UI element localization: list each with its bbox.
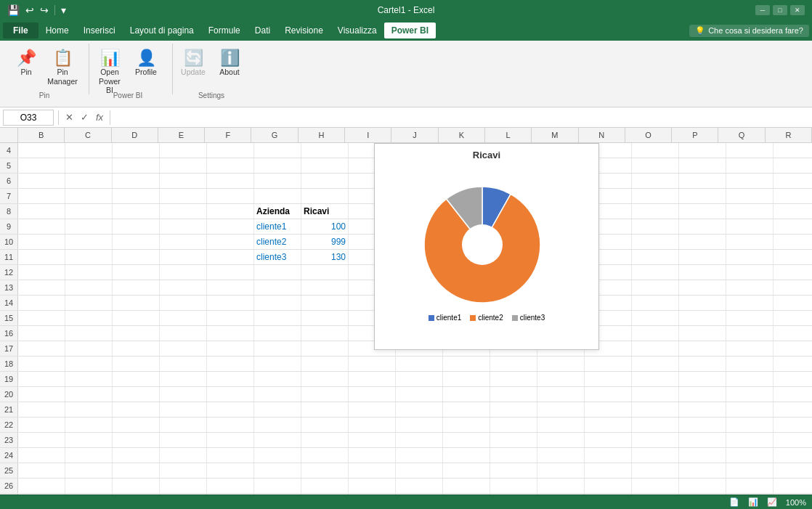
function-wizard-button[interactable]: fx <box>94 112 105 123</box>
cell-R6[interactable] <box>774 174 812 188</box>
cell-L27[interactable] <box>490 494 537 494</box>
page-layout-icon[interactable]: 📊 <box>748 497 758 507</box>
row-number[interactable]: 20 <box>0 387 18 402</box>
cell-O14[interactable] <box>632 296 679 310</box>
cell-I21[interactable] <box>349 402 396 417</box>
cell-B17[interactable] <box>18 341 65 356</box>
col-header-f[interactable]: F <box>205 128 251 142</box>
cell-P13[interactable] <box>679 280 726 295</box>
cell-E8[interactable] <box>160 204 207 219</box>
cell-H17[interactable] <box>301 341 349 356</box>
cell-P5[interactable] <box>679 158 726 173</box>
cell-M25[interactable] <box>537 463 585 478</box>
cell-E23[interactable] <box>160 433 207 447</box>
cell-F13[interactable] <box>207 280 254 295</box>
cell-B7[interactable] <box>18 189 65 203</box>
cell-G4[interactable] <box>254 143 301 158</box>
cell-B14[interactable] <box>18 296 65 310</box>
cell-F22[interactable] <box>207 418 254 432</box>
cell-O24[interactable] <box>632 448 679 463</box>
cell-E25[interactable] <box>160 463 207 478</box>
cell-G5[interactable] <box>254 158 301 173</box>
cell-E5[interactable] <box>160 158 207 173</box>
cell-J18[interactable] <box>396 357 443 371</box>
cell-C12[interactable] <box>65 265 113 280</box>
row-number[interactable]: 12 <box>0 265 18 280</box>
cell-H15[interactable] <box>301 311 349 325</box>
cell-M18[interactable] <box>537 357 585 371</box>
cell-G12[interactable] <box>254 265 301 280</box>
cell-C13[interactable] <box>65 280 113 295</box>
cell-K22[interactable] <box>443 418 490 432</box>
cell-R17[interactable] <box>774 341 812 356</box>
col-header-q[interactable]: Q <box>718 128 765 142</box>
cell-B18[interactable] <box>18 357 65 371</box>
cell-H16[interactable] <box>301 326 349 341</box>
col-header-d[interactable]: D <box>112 128 158 142</box>
cell-N21[interactable] <box>585 402 632 417</box>
cell-K25[interactable] <box>443 463 490 478</box>
row-number[interactable]: 18 <box>0 357 18 371</box>
cell-I18[interactable] <box>349 357 396 371</box>
cell-P22[interactable] <box>679 418 726 432</box>
normal-view-icon[interactable]: 📄 <box>729 497 739 507</box>
cell-R15[interactable] <box>774 311 812 325</box>
cell-P19[interactable] <box>679 372 726 386</box>
save-icon[interactable]: 💾 <box>7 4 20 16</box>
cell-L25[interactable] <box>490 463 537 478</box>
cell-F7[interactable] <box>207 189 254 203</box>
cell-M21[interactable] <box>537 402 585 417</box>
cell-N27[interactable] <box>585 494 632 494</box>
cell-M20[interactable] <box>537 387 585 402</box>
cell-H23[interactable] <box>301 433 349 447</box>
cell-D27[interactable] <box>113 494 160 494</box>
cell-E12[interactable] <box>160 265 207 280</box>
cell-Q22[interactable] <box>726 418 774 432</box>
cell-F26[interactable] <box>207 479 254 493</box>
cell-G13[interactable] <box>254 280 301 295</box>
cell-I19[interactable] <box>349 372 396 386</box>
cell-O9[interactable] <box>632 219 679 234</box>
cell-B23[interactable] <box>18 433 65 447</box>
cell-P24[interactable] <box>679 448 726 463</box>
cell-G9[interactable]: cliente1 <box>254 219 301 234</box>
cell-D4[interactable] <box>113 143 160 158</box>
col-header-c[interactable]: C <box>65 128 111 142</box>
cell-H10[interactable]: 999 <box>301 235 349 249</box>
cell-R26[interactable] <box>774 479 812 493</box>
cell-O7[interactable] <box>632 189 679 203</box>
cell-P8[interactable] <box>679 204 726 219</box>
cell-H4[interactable] <box>301 143 349 158</box>
row-number[interactable]: 24 <box>0 448 18 463</box>
cell-D16[interactable] <box>113 326 160 341</box>
cell-K18[interactable] <box>443 357 490 371</box>
row-number[interactable]: 5 <box>0 158 18 173</box>
cell-D15[interactable] <box>113 311 160 325</box>
cell-B8[interactable] <box>18 204 65 219</box>
cell-L24[interactable] <box>490 448 537 463</box>
cell-C8[interactable] <box>65 204 113 219</box>
cell-Q24[interactable] <box>726 448 774 463</box>
cell-E20[interactable] <box>160 387 207 402</box>
col-header-j[interactable]: J <box>391 128 438 142</box>
cell-K26[interactable] <box>443 479 490 493</box>
row-number[interactable]: 14 <box>0 296 18 310</box>
cell-N19[interactable] <box>585 372 632 386</box>
cell-O20[interactable] <box>632 387 679 402</box>
cell-P4[interactable] <box>679 143 726 158</box>
col-header-i[interactable]: I <box>345 128 391 142</box>
cell-G6[interactable] <box>254 174 301 188</box>
cell-Q12[interactable] <box>726 265 774 280</box>
col-header-k[interactable]: K <box>439 128 485 142</box>
cell-P21[interactable] <box>679 402 726 417</box>
cell-O11[interactable] <box>632 250 679 264</box>
col-header-e[interactable]: E <box>158 128 205 142</box>
cell-J27[interactable] <box>396 494 443 494</box>
cell-B20[interactable] <box>18 387 65 402</box>
cell-P14[interactable] <box>679 296 726 310</box>
open-powerbi-button[interactable]: 📊 OpenPower BI <box>92 46 127 90</box>
cell-Q13[interactable] <box>726 280 774 295</box>
col-header-m[interactable]: M <box>532 128 578 142</box>
cell-H13[interactable] <box>301 280 349 295</box>
cell-F6[interactable] <box>207 174 254 188</box>
